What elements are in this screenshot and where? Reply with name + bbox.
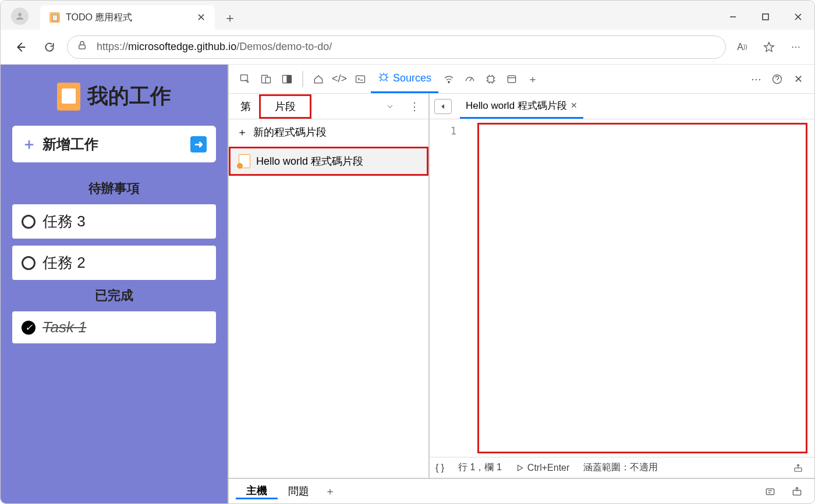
devtools: </> Sources ＋ ⋯ ✕ 第 片段: [228, 65, 814, 503]
address-bar: https://microsoftedge.github.io/Demos/de…: [1, 30, 814, 65]
url-path: /Demos/demo-to-do/: [236, 41, 332, 53]
svg-rect-12: [356, 76, 365, 83]
refresh-button[interactable]: [38, 36, 61, 59]
profile-icon[interactable]: [11, 8, 29, 25]
drawer-expand-icon[interactable]: [786, 481, 807, 502]
editor-status-bar: { } 行 1，欄 1 Ctrl+Enter 涵蓋範圍：不適用: [430, 457, 814, 478]
application-icon[interactable]: [501, 69, 522, 90]
editor-file-tab[interactable]: Hello world 程式碼片段 ✕: [460, 94, 583, 119]
nav-tab-page[interactable]: 第: [232, 100, 259, 113]
upload-icon[interactable]: [788, 457, 809, 478]
svg-point-0: [18, 13, 22, 16]
unchecked-icon[interactable]: [22, 215, 36, 229]
svg-rect-15: [488, 76, 494, 82]
close-devtools-button[interactable]: ✕: [788, 69, 809, 90]
help-button[interactable]: [767, 69, 788, 90]
close-window-button[interactable]: [782, 4, 814, 30]
task-item[interactable]: 任務 3: [12, 204, 216, 239]
navigator-pane: 第 片段 ⋮ ＋ 新的程式碼片段 Hello world 程式碼片段: [229, 94, 430, 478]
run-snippet-button[interactable]: Ctrl+Enter: [516, 463, 569, 473]
svg-rect-16: [508, 76, 515, 83]
new-snippet-button[interactable]: ＋ 新的程式碼片段: [229, 119, 428, 145]
pending-header: 待辦事項: [12, 180, 216, 197]
nav-tab-snippets[interactable]: 片段: [259, 94, 311, 119]
tab-title: TODO 應用程式: [66, 12, 132, 24]
svg-rect-2: [763, 14, 768, 20]
sources-label: Sources: [393, 72, 431, 84]
add-task-button[interactable]: ＋ 新增工作 ➜: [12, 126, 216, 162]
url-box[interactable]: https://microsoftedge.github.io/Demos/de…: [67, 36, 726, 59]
network-icon[interactable]: [438, 69, 459, 90]
nav-kebab-icon[interactable]: ⋮: [404, 96, 425, 117]
highlight-box: [477, 123, 807, 453]
app-heading: 我的工作: [87, 82, 171, 111]
device-icon[interactable]: [256, 69, 277, 90]
svg-point-13: [381, 74, 387, 80]
svg-rect-5: [79, 45, 86, 49]
more-button[interactable]: ⋯: [785, 37, 806, 58]
task-item-done[interactable]: ✓Task 1: [12, 311, 216, 343]
cursor-position: 行 1，欄 1: [458, 462, 502, 474]
unchecked-icon[interactable]: [22, 256, 36, 270]
memory-icon[interactable]: [480, 69, 501, 90]
console-icon[interactable]: [350, 69, 371, 90]
minimize-button[interactable]: [717, 4, 749, 30]
svg-point-14: [448, 81, 450, 83]
elements-icon[interactable]: </>: [329, 69, 350, 90]
checked-icon[interactable]: ✓: [22, 321, 36, 335]
tab-favicon-icon: 📋: [49, 12, 60, 23]
completed-header: 已完成: [12, 287, 216, 304]
file-tab-label: Hello world 程式碼片段: [466, 99, 567, 112]
code-editor[interactable]: 1: [430, 119, 814, 457]
sources-tab[interactable]: Sources: [371, 65, 438, 93]
new-snippet-label: 新的程式碼片段: [253, 125, 327, 139]
snippet-file-icon: [239, 154, 250, 168]
editor-pane: Hello world 程式碼片段 ✕ 1 { } 行 1，欄 1 Ctrl+E…: [430, 94, 814, 478]
browser-tab[interactable]: 📋 TODO 應用程式 ✕: [40, 5, 215, 30]
bug-icon: [378, 71, 389, 86]
todo-app: 我的工作 ＋ 新增工作 ➜ 待辦事項 任務 3 任務 2 已完成 ✓Task 1: [1, 65, 228, 503]
url-prefix: https://: [97, 41, 128, 53]
submit-arrow-icon[interactable]: ➜: [190, 136, 207, 152]
task-label: 任務 2: [42, 253, 86, 273]
task-label: 任務 3: [42, 211, 86, 232]
more-tools-button[interactable]: ⋯: [746, 69, 767, 90]
coverage-label: 涵蓋範圍：不適用: [583, 462, 658, 474]
format-button[interactable]: { }: [435, 463, 444, 473]
plus-icon: ＋: [237, 125, 247, 139]
drawer-tab-issues[interactable]: 問題: [278, 484, 320, 498]
line-number: 1: [430, 119, 462, 457]
favorite-button[interactable]: [759, 37, 779, 58]
maximize-button[interactable]: [749, 4, 782, 30]
performance-icon[interactable]: [459, 69, 480, 90]
plus-icon: ＋: [22, 134, 37, 154]
back-button[interactable]: [9, 36, 32, 59]
url-host: microsoftedge.github.io: [128, 41, 236, 53]
app-title: 我的工作: [12, 82, 216, 111]
close-file-icon[interactable]: ✕: [570, 101, 577, 110]
drawer-issues-icon[interactable]: [760, 481, 781, 502]
read-aloud-button[interactable]: A)): [732, 37, 753, 58]
snippet-name: Hello world 程式碼片段: [256, 154, 363, 168]
inspect-icon[interactable]: [235, 69, 256, 90]
more-tabs-icon[interactable]: [380, 96, 401, 117]
drawer-add-tab[interactable]: ＋: [320, 481, 341, 502]
snippet-item[interactable]: Hello world 程式碼片段: [229, 147, 428, 176]
svg-rect-6: [241, 74, 248, 80]
devtools-drawer: 主機 問題 ＋: [229, 478, 814, 503]
welcome-icon[interactable]: [308, 69, 329, 90]
devtools-toolbar: </> Sources ＋ ⋯ ✕: [229, 65, 814, 94]
clipboard-icon: [57, 83, 80, 111]
tab-close-icon[interactable]: ✕: [197, 11, 205, 24]
new-tab-button[interactable]: ＋: [218, 6, 242, 30]
add-task-label: 新增工作: [42, 135, 98, 154]
task-label: Task 1: [42, 318, 87, 336]
dock-icon[interactable]: [277, 69, 297, 90]
drawer-tab-console[interactable]: 主機: [236, 484, 278, 499]
title-bar: 📋 TODO 應用程式 ✕ ＋: [1, 1, 814, 30]
svg-rect-8: [265, 77, 270, 83]
lock-icon: [77, 40, 87, 54]
toggle-navigator-button[interactable]: [434, 99, 452, 114]
add-tab-button[interactable]: ＋: [522, 69, 543, 90]
task-item[interactable]: 任務 2: [12, 246, 216, 280]
